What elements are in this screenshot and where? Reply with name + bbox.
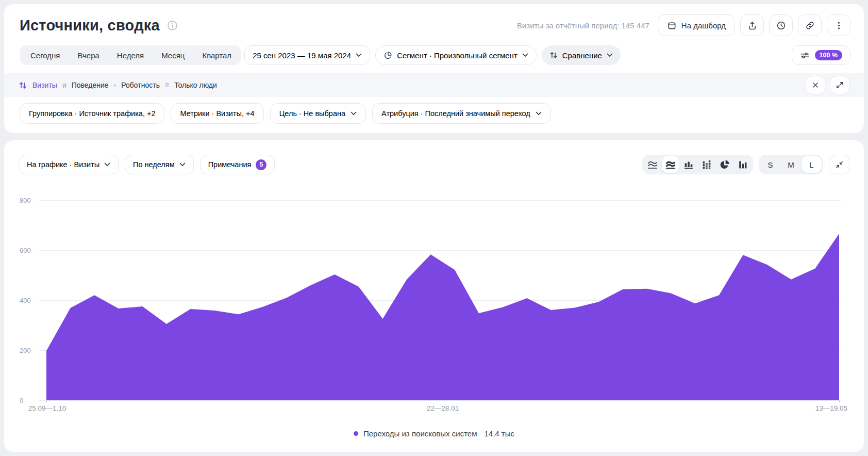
- period-preset[interactable]: Месяц: [153, 51, 193, 60]
- stacked-area-icon: [665, 159, 676, 170]
- chart-type-pie[interactable]: [716, 156, 733, 173]
- period-bar: Сегодня Вчера Неделя Месяц Квартал 25 се…: [20, 45, 850, 65]
- legend-label: Переходы из поисковых систем: [363, 429, 477, 438]
- chart-controls: На графике · Визиты По неделям Примечани…: [19, 155, 849, 174]
- y-axis-label: 800: [20, 197, 31, 204]
- settings-chip[interactable]: Группировка · Источник трафика, +2: [20, 103, 164, 124]
- area-chart[interactable]: [46, 200, 839, 400]
- more-menu-button[interactable]: [827, 14, 850, 36]
- close-icon: [811, 81, 820, 89]
- period-preset[interactable]: Квартал: [193, 51, 240, 60]
- header: Источники, сводка Визиты за отчётный пер…: [20, 13, 850, 37]
- sampling-badge: 100 %: [815, 50, 842, 60]
- chart-type-stacked-area[interactable]: [662, 156, 679, 173]
- filter-value[interactable]: Только люди: [174, 81, 217, 89]
- filter-attribute[interactable]: Роботность: [121, 81, 160, 89]
- y-axis-label: 400: [20, 297, 31, 304]
- chart-size-button[interactable]: S: [760, 156, 780, 173]
- notes-button[interactable]: Примечания 5: [200, 155, 275, 174]
- gridline: [39, 400, 841, 401]
- to-dashboard-button[interactable]: На дашборд: [658, 14, 735, 36]
- chevron-down-icon: [179, 162, 186, 167]
- visits-total: Визиты за отчётный период: 145 447: [517, 21, 649, 30]
- chip-label: Метрики · Визиты, +4: [180, 109, 254, 118]
- to-dashboard-label: На дашборд: [681, 21, 726, 30]
- expand-icon: [836, 81, 844, 89]
- filter-separator: ›: [114, 81, 116, 89]
- line-chart-icon: [647, 159, 658, 170]
- period-preset[interactable]: Вчера: [69, 51, 108, 60]
- comparison-label: Сравнение: [562, 51, 602, 60]
- comparison-selector[interactable]: Сравнение: [542, 45, 621, 65]
- x-tick: [839, 400, 840, 403]
- collapse-chart-button[interactable]: [829, 155, 849, 174]
- date-range-picker[interactable]: 25 сен 2023 — 19 мая 2024: [244, 45, 370, 65]
- plot-area: [46, 200, 839, 400]
- notes-label: Примечания: [208, 160, 252, 169]
- dashboard-icon: [667, 21, 677, 30]
- chart-size-group: S M L: [759, 155, 823, 174]
- period-presets: Сегодня Вчера Неделя Месяц Квартал: [20, 45, 241, 65]
- chevron-down-icon: [522, 53, 528, 57]
- history-button[interactable]: [769, 14, 793, 36]
- chart-size-button[interactable]: M: [781, 156, 801, 173]
- donut-chart-icon: [720, 159, 730, 170]
- legend-item[interactable]: Переходы из поисковых систем 14,4 тыс: [4, 429, 864, 438]
- clock-icon: [776, 21, 786, 30]
- column-chart-icon: [738, 159, 748, 170]
- sliders-icon: [800, 51, 810, 60]
- clear-filter-button[interactable]: [806, 76, 825, 94]
- copy-link-button[interactable]: [798, 14, 822, 36]
- chevron-down-icon: [104, 162, 110, 167]
- chart-type-line[interactable]: [644, 156, 661, 173]
- settings-chips: Группировка · Источник трафика, +2 Метри…: [20, 103, 848, 124]
- chart-type-bars[interactable]: [680, 156, 697, 173]
- settings-chip[interactable]: Метрики · Визиты, +4: [171, 103, 263, 124]
- area-path: [46, 234, 839, 400]
- x-axis-label: 13—19.05: [815, 404, 847, 412]
- granularity-selector[interactable]: По неделям: [125, 155, 194, 174]
- chevron-down-icon: [350, 111, 357, 116]
- legend-value: 14,4 тыс: [485, 429, 515, 438]
- chip-label: Группировка · Источник трафика, +2: [29, 109, 155, 118]
- settings-chip[interactable]: Атрибуция · Последний значимый переход: [372, 103, 551, 124]
- chip-label: Цель · Не выбрана: [279, 109, 345, 118]
- chart-type-group: [642, 155, 753, 174]
- export-button[interactable]: [740, 14, 764, 36]
- x-tick: [443, 400, 443, 403]
- granularity-label: По неделям: [133, 160, 175, 169]
- link-icon: [805, 21, 815, 30]
- pie-chart-icon: [383, 51, 392, 60]
- chart-size-button[interactable]: L: [802, 156, 822, 173]
- info-icon[interactable]: [167, 20, 178, 31]
- sampling-button[interactable]: 100 %: [792, 45, 850, 65]
- kebab-menu-icon: [834, 21, 844, 30]
- page-title: Источники, сводка: [20, 17, 160, 34]
- chevron-down-icon: [356, 53, 362, 57]
- filter-operator: =: [165, 81, 169, 89]
- x-axis-label: 25.09—1.10: [28, 404, 66, 412]
- y-axis-label: 600: [20, 247, 31, 254]
- collapse-icon: [836, 161, 843, 169]
- period-preset[interactable]: Неделя: [108, 51, 153, 60]
- filter-conjunction: и: [62, 81, 66, 89]
- filter-metric[interactable]: Визиты: [32, 81, 57, 89]
- settings-chip[interactable]: Цель · Не выбрана: [270, 103, 366, 124]
- compare-arrows-icon: [549, 51, 558, 59]
- chart-type-columns[interactable]: [734, 156, 752, 173]
- chart-card: На графике · Визиты По неделям Примечани…: [4, 140, 864, 452]
- share-icon: [747, 21, 757, 30]
- segment-selector[interactable]: Сегмент · Произвольный сегмент: [375, 45, 537, 65]
- y-axis-label: 200: [20, 347, 31, 354]
- expand-filter-button[interactable]: [830, 76, 849, 94]
- on-chart-label: На графике · Визиты: [27, 160, 99, 169]
- metric-filter-bar: Визиты и Поведение › Роботность = Только…: [4, 73, 864, 97]
- metric-compare-icon: [19, 81, 27, 90]
- period-preset[interactable]: Сегодня: [22, 51, 69, 60]
- filter-group[interactable]: Поведение: [72, 81, 109, 89]
- chart-type-stacked-bars[interactable]: [698, 156, 715, 173]
- summary-card: Источники, сводка Визиты за отчётный пер…: [4, 4, 864, 133]
- notes-count-badge: 5: [256, 159, 266, 170]
- on-chart-selector[interactable]: На графике · Визиты: [19, 155, 119, 174]
- chevron-down-icon: [536, 111, 542, 116]
